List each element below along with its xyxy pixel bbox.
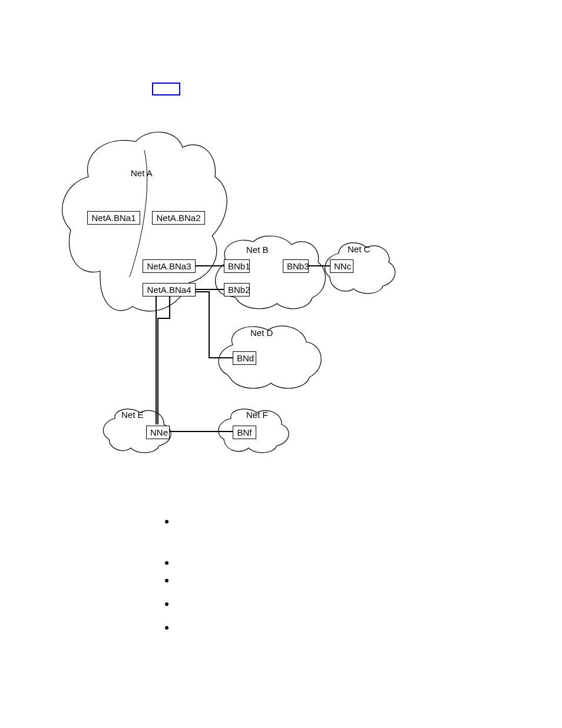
bullet-item [165,622,168,630]
bullet-dot-icon [165,579,168,582]
label-net-e: Net E [121,410,144,420]
link-bna4-nne [158,295,170,424]
label-net-d: Net D [250,328,273,338]
bullet-list [165,516,168,640]
bullet-item [165,558,168,565]
node-bnd: BNd [233,351,256,365]
node-neta-bna4: NetA.BNa4 [143,283,196,297]
bullet-dot-icon [165,520,168,523]
label-net-a: Net A [131,168,153,178]
bullet-item [165,575,168,582]
node-bnb1: BNb1 [224,259,250,273]
node-bnb3: BNb3 [283,259,309,273]
label-net-b: Net B [246,245,269,255]
diagram-svg [0,0,562,728]
label-net-f: Net F [246,410,268,420]
bullet-item [165,599,168,606]
bullet-dot-icon [165,602,168,606]
node-neta-bna3: NetA.BNa3 [143,259,196,273]
node-bnf: BNf [233,426,256,439]
label-net-c: Net C [348,244,370,254]
node-nnc: NNc [330,259,353,273]
bullet-item [165,516,168,523]
node-neta-bna2: NetA.BNa2 [152,211,205,225]
bullet-dot-icon [165,561,168,565]
node-bnb2: BNb2 [224,283,250,297]
node-neta-bna1: NetA.BNa1 [87,211,140,225]
node-nne: NNe [146,426,170,439]
bullet-dot-icon [165,626,168,630]
